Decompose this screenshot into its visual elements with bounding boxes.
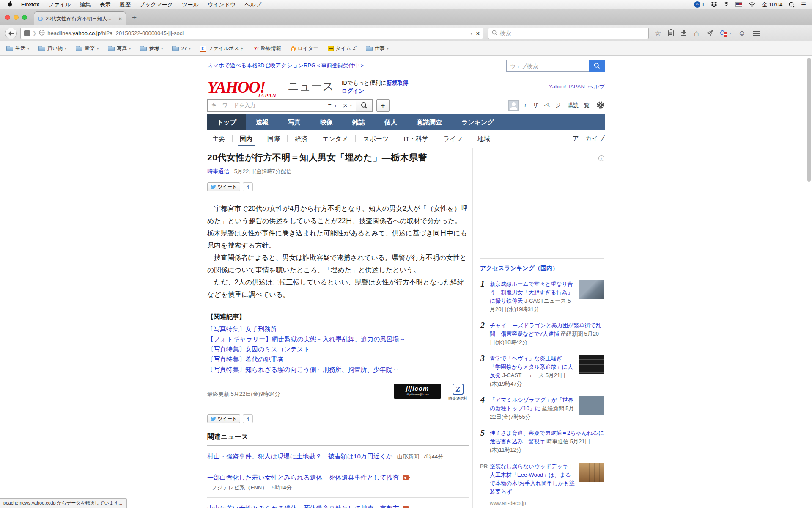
yahoo-news-logo[interactable]: YAHOO! JAPAN (207, 77, 283, 97)
bookmark-folder-shopping[interactable]: 買い物▾ (38, 45, 66, 52)
nav-tab-ranking[interactable]: ランキング (452, 114, 504, 130)
nav-tab-flash[interactable]: 速報 (246, 114, 278, 130)
bookmark-folder-life[interactable]: 生活▾ (6, 45, 29, 52)
related-article-link[interactable]: 【フォトギャラリー】網走監獄の実態～入れ墨乱舞、迫力の風呂場～ (207, 335, 406, 342)
apple-menu-icon[interactable] (7, 1, 12, 8)
thumbnail[interactable] (579, 355, 604, 374)
tweet-count[interactable]: 4 (243, 414, 253, 423)
hotspot-icon[interactable] (724, 2, 729, 7)
url-text[interactable]: headlines.yahoo.co.jp/hl?a=20150522-0000… (47, 30, 468, 36)
url-dropdown-icon[interactable]: ▾ (470, 31, 472, 36)
subnav-entertainment[interactable]: エンタメ (315, 135, 355, 142)
web-search-input[interactable]: ウェブ検索 (506, 60, 589, 72)
subnav-world[interactable]: 国際 (260, 135, 287, 142)
tweet-button[interactable]: ツイート (207, 182, 240, 191)
bookmark-filepost[interactable]: Fファイルポスト (200, 45, 244, 52)
wifi-icon[interactable] (749, 2, 755, 7)
bookmark-times[interactable]: タイムズ (328, 45, 357, 52)
user-page-link[interactable]: ユーザーページ (508, 100, 561, 111)
promo-ad-link[interactable]: スマホで遊べる本格3D召喚アクションRPG＜事前登録受付中＞ (207, 60, 365, 69)
news-search-button[interactable] (356, 99, 373, 112)
dropbox-icon[interactable] (711, 2, 717, 8)
search-scope-dropdown[interactable]: ニュース▾ (327, 102, 356, 109)
menu-bar-clock[interactable]: 金 10:04 (762, 1, 782, 8)
back-button[interactable] (5, 28, 17, 39)
ad-placeholder[interactable]: i (480, 150, 604, 258)
subnav-domestic[interactable]: 国内 (232, 135, 260, 142)
jijicom-logo[interactable]: jijicom http://www.jiji.com (394, 384, 441, 399)
subnav-major[interactable]: 主要 (207, 135, 232, 142)
window-zoom-button[interactable] (22, 15, 27, 20)
menu-history[interactable]: 履歴 (120, 1, 131, 8)
menu-file[interactable]: ファイル (48, 1, 71, 8)
creative-cloud-icon[interactable]: ∞1 (694, 1, 705, 8)
bookmark-folder-music[interactable]: 音楽▾ (76, 45, 99, 52)
scrollbar-thumb[interactable] (807, 58, 811, 182)
bookmark-folder-27[interactable]: 27▾ (172, 46, 190, 52)
menu-bookmarks[interactable]: ブックマーク (140, 1, 173, 8)
login-link[interactable]: ログイン (342, 88, 364, 94)
tweet-count[interactable]: 4 (243, 182, 253, 191)
menu-hamburger-icon[interactable] (753, 31, 760, 36)
yahoo-japan-link[interactable]: Yahoo! JAPAN (549, 83, 585, 90)
bookmark-folder-reference[interactable]: 参考▾ (140, 45, 163, 52)
downloads-icon[interactable] (681, 30, 687, 37)
menu-edit[interactable]: 編集 (80, 1, 91, 8)
news-row-link[interactable]: 一部白骨化した若い女性とみられる遺体 死体遺棄事件として捜査 (207, 474, 399, 481)
bookmark-folder-work[interactable]: 仕事▾ (366, 45, 389, 52)
signup-link[interactable]: 新規取得 (386, 80, 408, 86)
menu-window[interactable]: ウインドウ (208, 1, 236, 8)
new-tab-button[interactable]: + (132, 14, 137, 22)
bookmark-reuters[interactable]: ロイター (291, 45, 318, 52)
browser-search-field[interactable]: 検索 (488, 28, 649, 39)
bookmark-star-icon[interactable]: ☆ (655, 30, 661, 37)
subnav-it-science[interactable]: IT・科学 (396, 135, 435, 142)
url-bar[interactable]: ❯ headlines.yahoo.co.jp/hl?a=20150522-00… (20, 28, 483, 39)
related-article-link[interactable]: 〔写真特集〕女囚のミスコンテスト (207, 345, 310, 353)
subnav-economy[interactable]: 経済 (287, 135, 315, 142)
subnav-sports[interactable]: スポーツ (355, 135, 396, 142)
jiji-press-logo[interactable]: Z 時事通信社 (447, 384, 469, 401)
menu-tools[interactable]: ツール (182, 1, 199, 8)
notification-center-icon[interactable]: ☰ (801, 1, 806, 8)
thumbnail[interactable] (579, 280, 604, 299)
input-source-flag-icon[interactable] (735, 2, 742, 7)
pr-ad-link[interactable]: 塗装なし腐らないウッドデッキ｜人工木材「Eee-Wood」は、まるで本物の木!お… (490, 463, 575, 495)
related-article-link[interactable]: 〔写真特集〕希代の犯罪者 (207, 356, 283, 363)
help-link[interactable]: ヘルプ (588, 83, 605, 90)
bookmarks-list-icon[interactable] (668, 30, 674, 36)
news-row-link[interactable]: 村山・強盗事件、犯人は現場に土地勘？ 被害額は10万円近くか (207, 453, 392, 460)
news-search-input[interactable]: キーワードを入力 ニュース▾ (207, 99, 356, 112)
add-keyword-button[interactable]: + (376, 99, 390, 112)
tweet-button[interactable]: ツイート (207, 414, 240, 423)
subnav-life[interactable]: ライフ (436, 135, 470, 142)
window-minimize-button[interactable] (14, 15, 19, 20)
feedback-smiley-icon[interactable]: ☺ (738, 30, 746, 37)
subnav-local[interactable]: 地域 (470, 135, 497, 142)
menu-firefox[interactable]: Firefox (21, 1, 39, 8)
bookmark-folder-photo[interactable]: 写真▾ (108, 45, 131, 52)
bookmark-transit[interactable]: Y!路線情報 (254, 45, 281, 52)
window-close-button[interactable] (5, 15, 10, 20)
news-row-link[interactable]: 山中に若い女性とみられる遺体 死体遺棄事件として捜査 京都市 (207, 505, 399, 508)
menu-help[interactable]: ヘルプ (244, 1, 261, 8)
tab-close-icon[interactable]: × (118, 16, 122, 22)
send-tab-icon[interactable] (706, 30, 713, 37)
browser-tab[interactable]: 20代女性が行方不明＝知人... × (34, 11, 126, 25)
web-search-button[interactable] (589, 60, 605, 72)
archive-link[interactable]: アーカイブ (573, 135, 605, 143)
spotlight-icon[interactable] (789, 2, 795, 8)
nav-tab-top[interactable]: トップ (207, 114, 246, 130)
settings-gear-icon[interactable] (596, 101, 605, 110)
stop-loading-icon[interactable]: × (476, 30, 480, 37)
nav-tab-poll[interactable]: 意識調査 (407, 114, 452, 130)
thumbnail[interactable] (579, 396, 604, 415)
nav-tab-personal[interactable]: 個人 (375, 114, 407, 130)
related-article-link[interactable]: 〔写真特集〕知られざる塀の向こう側～刑務所、拘置所、少年院～ (207, 366, 398, 373)
site-tiles-icon[interactable] (24, 30, 30, 36)
ad-info-icon[interactable]: i (598, 155, 604, 161)
thumbnail[interactable] (579, 463, 604, 482)
pdf-extension-icon[interactable] (720, 30, 727, 37)
article-source-link[interactable]: 時事通信 (207, 168, 229, 174)
subscription-list-link[interactable]: 購読一覧 (568, 102, 590, 109)
